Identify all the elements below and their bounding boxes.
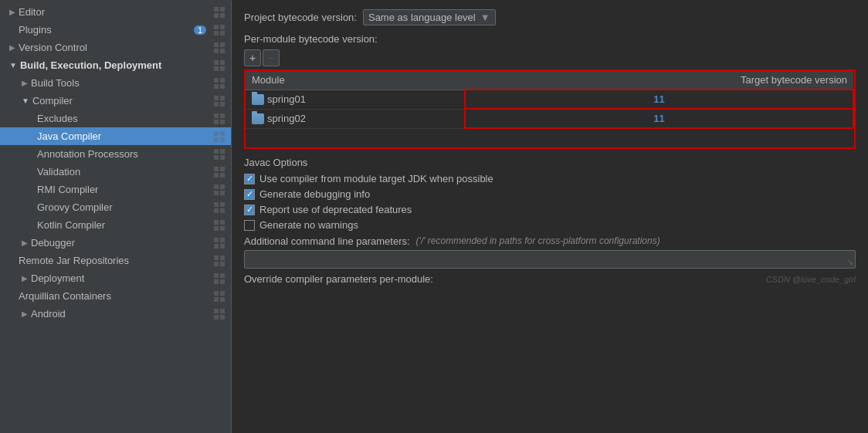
sidebar-label-groovy-compiler: Groovy Compiler bbox=[37, 201, 209, 213]
checkbox-use-compiler[interactable]: ✓ bbox=[244, 174, 255, 184]
sidebar-item-compiler[interactable]: ▼ Compiler bbox=[0, 92, 231, 110]
sidebar-item-arquillian-containers[interactable]: ▶ Arquillian Containers bbox=[0, 287, 231, 305]
dropdown-arrow: ▼ bbox=[476, 12, 490, 23]
sidebar-item-remote-jar-repositories[interactable]: ▶ Remote Jar Repositories bbox=[0, 252, 231, 269]
grid-icon-vc bbox=[214, 42, 225, 53]
grid-icon-plugins bbox=[214, 25, 225, 36]
version-cell[interactable]: 11 bbox=[465, 90, 853, 109]
override-row: Override compiler parameters per-module:… bbox=[244, 273, 856, 285]
sidebar-label-android: Android bbox=[31, 308, 209, 320]
bytecode-version-dropdown[interactable]: Same as language level ▼ bbox=[363, 9, 496, 25]
main-content: Project bytecode version: Same as langua… bbox=[232, 0, 868, 433]
grid-icon-rmi-compiler bbox=[214, 184, 225, 195]
checkmark: ✓ bbox=[246, 190, 253, 198]
grid-icon-annotation-processors bbox=[214, 149, 225, 160]
bytecode-version-row: Project bytecode version: Same as langua… bbox=[244, 9, 856, 25]
sidebar-item-annotation-processors[interactable]: Annotation Processors bbox=[0, 145, 231, 163]
sidebar-label-editor: Editor bbox=[19, 6, 209, 18]
grid-icon-editor bbox=[214, 7, 225, 18]
expand-arrow-bt: ▶ bbox=[22, 79, 28, 87]
bytecode-version-value: Same as language level bbox=[368, 12, 476, 23]
sidebar-label-rmi-compiler: RMI Compiler bbox=[37, 184, 209, 195]
sidebar-label-arquillian-containers: Arquillian Containers bbox=[19, 290, 209, 302]
sidebar-label-vc: Version Control bbox=[19, 42, 209, 53]
checkbox-label-debug-info: Generate debugging info bbox=[259, 188, 370, 200]
sidebar-item-rmi-compiler[interactable]: RMI Compiler bbox=[0, 181, 231, 198]
grid-icon-validation bbox=[214, 167, 225, 178]
expand-arrow-debugger: ▶ bbox=[22, 238, 28, 247]
module-table-wrapper: Module Target bytecode version spring01 … bbox=[244, 69, 856, 149]
additional-cmd-row: Additional command line parameters: ('/'… bbox=[244, 235, 856, 247]
col-target-header: Target bytecode version bbox=[465, 71, 853, 90]
remove-module-button[interactable]: − bbox=[263, 49, 280, 66]
add-module-button[interactable]: + bbox=[244, 49, 261, 66]
sidebar-item-build-execution-deployment[interactable]: ▼ Build, Execution, Deployment bbox=[0, 56, 231, 74]
grid-icon-java-compiler bbox=[214, 131, 225, 142]
expand-arrow-android: ▶ bbox=[22, 310, 28, 318]
checkbox-deprecated[interactable]: ✓ bbox=[244, 205, 255, 215]
sidebar-label-compiler: Compiler bbox=[32, 95, 209, 107]
expand-arrow-bed: ▼ bbox=[9, 61, 17, 69]
sidebar-label-excludes: Excludes bbox=[37, 113, 209, 124]
folder-icon bbox=[252, 113, 264, 124]
grid-icon-android bbox=[214, 309, 225, 320]
checkbox-debug-info[interactable]: ✓ bbox=[244, 189, 255, 200]
table-empty-row bbox=[246, 129, 854, 147]
grid-icon-compiler bbox=[214, 96, 225, 107]
sidebar-item-java-compiler[interactable]: Java Compiler bbox=[0, 127, 231, 145]
expand-arrow-vc: ▶ bbox=[9, 43, 15, 52]
checkbox-label-use-compiler: Use compiler from module target JDK when… bbox=[259, 173, 493, 184]
sidebar-item-version-control[interactable]: ▶ Version Control bbox=[0, 39, 231, 56]
sidebar-item-groovy-compiler[interactable]: Groovy Compiler bbox=[0, 198, 231, 216]
checkbox-row-use-compiler[interactable]: ✓ Use compiler from module target JDK wh… bbox=[244, 173, 856, 184]
checkbox-label-deprecated: Report use of deprecated features bbox=[259, 204, 412, 215]
checkmark: ✓ bbox=[246, 205, 253, 214]
sidebar-label-validation: Validation bbox=[37, 166, 209, 178]
sidebar-item-build-tools[interactable]: ▶ Build Tools bbox=[0, 74, 231, 92]
sidebar-label-bed: Build, Execution, Deployment bbox=[20, 59, 209, 71]
table-row[interactable]: spring02 11 bbox=[246, 109, 853, 128]
expand-arrow-deployment: ▶ bbox=[22, 274, 28, 282]
sidebar-label-rjr: Remote Jar Repositories bbox=[19, 255, 209, 266]
checkbox-label-no-warnings: Generate no warnings bbox=[259, 219, 358, 231]
sidebar-label-plugins: Plugins bbox=[19, 24, 194, 36]
grid-icon-bt bbox=[214, 78, 225, 89]
sidebar-item-kotlin-compiler[interactable]: Kotlin Compiler bbox=[0, 216, 231, 234]
plugins-badge: 1 bbox=[194, 25, 206, 35]
sidebar-label-annotation-processors: Annotation Processors bbox=[37, 148, 209, 160]
sidebar-label-java-compiler: Java Compiler bbox=[37, 130, 209, 142]
version-cell[interactable]: 11 bbox=[465, 109, 853, 128]
checkbox-row-deprecated[interactable]: ✓ Report use of deprecated features bbox=[244, 204, 856, 215]
grid-icon-bed bbox=[214, 60, 225, 71]
watermark: CSDN @love_code_girl bbox=[766, 275, 856, 284]
grid-icon-debugger bbox=[214, 238, 225, 249]
module-name-cell: spring01 bbox=[246, 90, 465, 109]
sidebar-item-excludes[interactable]: Excludes bbox=[0, 110, 231, 127]
sidebar-label-bt: Build Tools bbox=[31, 77, 209, 89]
additional-cmd-input[interactable]: ↘ bbox=[244, 250, 856, 269]
sidebar-label-kotlin-compiler: Kotlin Compiler bbox=[37, 219, 209, 231]
sidebar-item-editor[interactable]: ▶ Editor bbox=[0, 3, 231, 21]
checkbox-row-no-warnings[interactable]: Generate no warnings bbox=[244, 219, 856, 231]
checkbox-no-warnings[interactable] bbox=[244, 220, 255, 231]
checkmark: ✓ bbox=[246, 174, 253, 183]
sidebar-item-debugger[interactable]: ▶ Debugger bbox=[0, 234, 231, 252]
col-module-header: Module bbox=[246, 71, 465, 90]
additional-cmd-label: Additional command line parameters: bbox=[244, 235, 410, 247]
grid-icon-arquillian-containers bbox=[214, 291, 225, 302]
bytecode-version-label: Project bytecode version: bbox=[244, 12, 357, 23]
additional-cmd-hint: ('/' recommended in paths for cross-plat… bbox=[416, 235, 660, 246]
sidebar-item-android[interactable]: ▶ Android bbox=[0, 305, 231, 323]
table-row[interactable]: spring01 11 bbox=[246, 90, 853, 109]
sidebar-item-deployment[interactable]: ▶ Deployment bbox=[0, 269, 231, 287]
override-label: Override compiler parameters per-module: bbox=[244, 273, 433, 285]
sidebar-item-plugins[interactable]: ▶ Plugins 1 bbox=[0, 21, 231, 39]
checkbox-row-debug-info[interactable]: ✓ Generate debugging info bbox=[244, 188, 856, 200]
module-name-cell: spring02 bbox=[246, 109, 465, 128]
checkboxes-container: ✓ Use compiler from module target JDK wh… bbox=[244, 173, 856, 231]
expand-arrow-editor: ▶ bbox=[9, 8, 15, 16]
grid-icon-kotlin-compiler bbox=[214, 220, 225, 231]
module-name-text: spring02 bbox=[267, 113, 306, 124]
sidebar-item-validation[interactable]: Validation bbox=[0, 163, 231, 181]
module-table: Module Target bytecode version spring01 … bbox=[246, 71, 854, 129]
